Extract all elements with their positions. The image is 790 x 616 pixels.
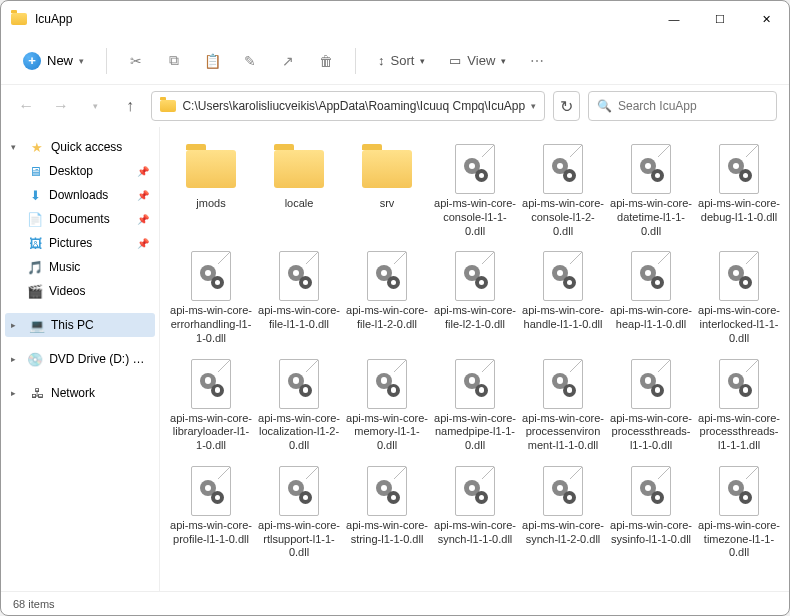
maximize-button[interactable]: ☐: [697, 1, 743, 37]
file-item[interactable]: api-ms-win-core-namedpipe-l1-1-0.dll: [432, 354, 518, 457]
file-item[interactable]: api-ms-win-core-processenvironment-l1-1-…: [520, 354, 606, 457]
pin-icon: 📌: [137, 238, 149, 249]
sidebar-this-pc[interactable]: ▸ 💻 This PC: [5, 313, 155, 337]
sidebar-item-music[interactable]: 🎵 Music: [5, 255, 155, 279]
file-item[interactable]: api-ms-win-core-processthreads-l1-1-1.dl…: [696, 354, 782, 457]
file-item[interactable]: api-ms-win-core-synch-l1-2-0.dll: [520, 461, 606, 564]
chevron-down-icon: ▾: [501, 56, 506, 66]
sidebar-item-documents[interactable]: 📄 Documents 📌: [5, 207, 155, 231]
sidebar-label: Videos: [49, 284, 85, 298]
file-item[interactable]: api-ms-win-core-timezone-l1-1-0.dll: [696, 461, 782, 564]
delete-button[interactable]: 🗑: [309, 44, 343, 78]
dll-file-icon: [271, 358, 327, 410]
chevron-down-icon: ▾: [420, 56, 425, 66]
item-label: api-ms-win-core-console-l1-2-0.dll: [522, 197, 604, 238]
file-item[interactable]: api-ms-win-core-datetime-l1-1-0.dll: [608, 139, 694, 242]
window-title: IcuApp: [35, 12, 72, 26]
refresh-button[interactable]: ↻: [553, 91, 580, 121]
file-item[interactable]: api-ms-win-core-libraryloader-l1-1-0.dll: [168, 354, 254, 457]
dll-file-icon: [183, 250, 239, 302]
dll-file-icon: [447, 465, 503, 517]
item-label: api-ms-win-core-processthreads-l1-1-1.dl…: [698, 412, 780, 453]
file-item[interactable]: api-ms-win-core-console-l1-1-0.dll: [432, 139, 518, 242]
recent-button[interactable]: ▾: [82, 91, 109, 121]
new-button[interactable]: + New ▾: [13, 46, 94, 76]
sidebar-item-videos[interactable]: 🎬 Videos: [5, 279, 155, 303]
chevron-right-icon: ▸: [11, 388, 23, 398]
new-label: New: [47, 53, 73, 68]
file-item[interactable]: api-ms-win-core-errorhandling-l1-1-0.dll: [168, 246, 254, 349]
dll-file-icon: [535, 358, 591, 410]
dll-file-icon: [623, 250, 679, 302]
folder-item[interactable]: srv: [344, 139, 430, 242]
network-icon: 🖧: [29, 385, 45, 401]
file-item[interactable]: api-ms-win-core-interlocked-l1-1-0.dll: [696, 246, 782, 349]
folder-icon: [271, 143, 327, 195]
sidebar-network[interactable]: ▸ 🖧 Network: [5, 381, 155, 405]
file-item[interactable]: api-ms-win-core-processthreads-l1-1-0.dl…: [608, 354, 694, 457]
cut-button[interactable]: ✂: [119, 44, 153, 78]
search-input[interactable]: [618, 99, 768, 113]
chevron-down-icon: ▾: [11, 142, 23, 152]
file-item[interactable]: api-ms-win-core-file-l1-1-0.dll: [256, 246, 342, 349]
search-box[interactable]: 🔍: [588, 91, 777, 121]
file-item[interactable]: api-ms-win-core-synch-l1-1-0.dll: [432, 461, 518, 564]
star-icon: ★: [29, 139, 45, 155]
more-button[interactable]: ⋯: [520, 44, 554, 78]
toolbar: + New ▾ ✂ ⧉ 📋 ✎ ↗ 🗑 ↕ Sort ▾ ▭ View ▾ ⋯: [1, 37, 789, 85]
file-item[interactable]: api-ms-win-core-heap-l1-1-0.dll: [608, 246, 694, 349]
chevron-right-icon: ▸: [11, 354, 21, 364]
address-bar: ← → ▾ ↑ C:\Users\karolisliucveikis\AppDa…: [1, 85, 789, 127]
downloads-icon: ⬇: [27, 187, 43, 203]
file-item[interactable]: api-ms-win-core-file-l1-2-0.dll: [344, 246, 430, 349]
folder-item[interactable]: locale: [256, 139, 342, 242]
folder-item[interactable]: jmods: [168, 139, 254, 242]
file-item[interactable]: api-ms-win-core-sysinfo-l1-1-0.dll: [608, 461, 694, 564]
file-item[interactable]: api-ms-win-core-file-l2-1-0.dll: [432, 246, 518, 349]
share-button[interactable]: ↗: [271, 44, 305, 78]
file-item[interactable]: api-ms-win-core-debug-l1-1-0.dll: [696, 139, 782, 242]
address-input[interactable]: C:\Users\karolisliucveikis\AppData\Roami…: [151, 91, 545, 121]
sidebar-quick-access[interactable]: ▾ ★ Quick access: [5, 135, 155, 159]
dll-file-icon: [359, 358, 415, 410]
item-label: api-ms-win-core-sysinfo-l1-1-0.dll: [610, 519, 692, 547]
file-item[interactable]: api-ms-win-core-profile-l1-1-0.dll: [168, 461, 254, 564]
close-button[interactable]: ✕: [743, 1, 789, 37]
forward-button[interactable]: →: [48, 91, 75, 121]
minimize-button[interactable]: —: [651, 1, 697, 37]
item-label: api-ms-win-core-file-l1-1-0.dll: [258, 304, 340, 332]
file-item[interactable]: api-ms-win-core-console-l1-2-0.dll: [520, 139, 606, 242]
item-count: 68 items: [13, 598, 55, 610]
up-button[interactable]: ↑: [117, 91, 144, 121]
videos-icon: 🎬: [27, 283, 43, 299]
file-item[interactable]: api-ms-win-core-string-l1-1-0.dll: [344, 461, 430, 564]
sidebar-item-pictures[interactable]: 🖼 Pictures 📌: [5, 231, 155, 255]
sidebar-label: DVD Drive (D:) CCCC: [49, 352, 149, 366]
copy-button[interactable]: ⧉: [157, 44, 191, 78]
item-label: api-ms-win-core-profile-l1-1-0.dll: [170, 519, 252, 547]
chevron-down-icon: ▾: [531, 101, 536, 111]
back-button[interactable]: ←: [13, 91, 40, 121]
item-label: api-ms-win-core-console-l1-1-0.dll: [434, 197, 516, 238]
rename-button[interactable]: ✎: [233, 44, 267, 78]
folder-icon: [160, 100, 176, 112]
dll-file-icon: [447, 143, 503, 195]
file-item[interactable]: api-ms-win-core-rtlsupport-l1-1-0.dll: [256, 461, 342, 564]
paste-button[interactable]: 📋: [195, 44, 229, 78]
item-label: api-ms-win-core-debug-l1-1-0.dll: [698, 197, 780, 225]
item-label: api-ms-win-core-datetime-l1-1-0.dll: [610, 197, 692, 238]
sidebar-label: Downloads: [49, 188, 108, 202]
file-item[interactable]: api-ms-win-core-localization-l1-2-0.dll: [256, 354, 342, 457]
sidebar-label: Music: [49, 260, 80, 274]
file-item[interactable]: api-ms-win-core-handle-l1-1-0.dll: [520, 246, 606, 349]
dll-file-icon: [711, 250, 767, 302]
file-item[interactable]: api-ms-win-core-memory-l1-1-0.dll: [344, 354, 430, 457]
sidebar-item-downloads[interactable]: ⬇ Downloads 📌: [5, 183, 155, 207]
item-label: api-ms-win-core-processenvironment-l1-1-…: [522, 412, 604, 453]
dll-file-icon: [535, 465, 591, 517]
sidebar-item-desktop[interactable]: 🖥 Desktop 📌: [5, 159, 155, 183]
sort-button[interactable]: ↕ Sort ▾: [368, 47, 435, 74]
item-label: api-ms-win-core-errorhandling-l1-1-0.dll: [170, 304, 252, 345]
view-button[interactable]: ▭ View ▾: [439, 47, 516, 74]
sidebar-dvd[interactable]: ▸ 💿 DVD Drive (D:) CCCC: [5, 347, 155, 371]
